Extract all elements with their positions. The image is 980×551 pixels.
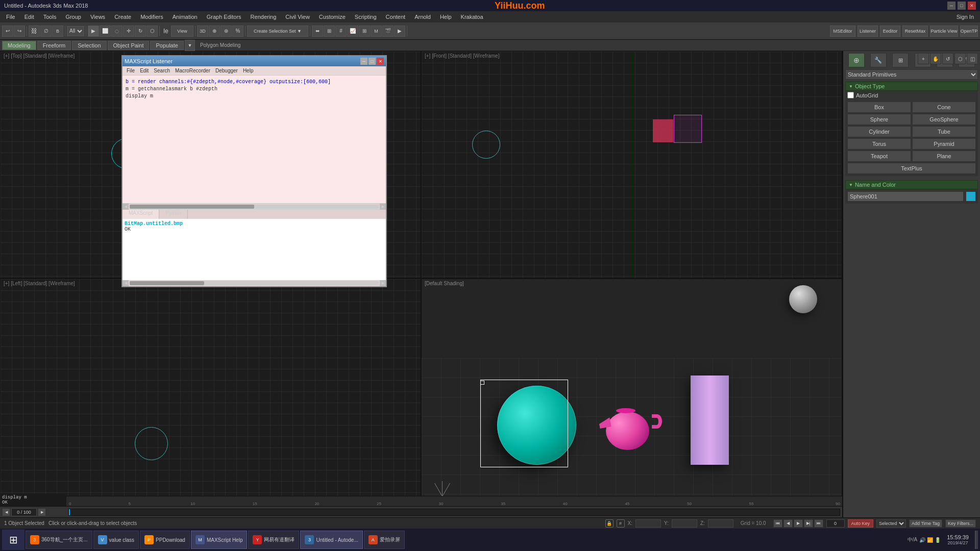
output-hscroll-right[interactable]: ▶ <box>380 280 386 286</box>
mseditor[interactable]: MSEditor <box>830 26 855 37</box>
play-btn[interactable]: ▶ <box>794 519 803 528</box>
time-field[interactable] <box>826 519 845 528</box>
add-time-tag[interactable]: Add Time Tag <box>909 519 942 528</box>
bind-tool[interactable]: B <box>52 26 63 37</box>
prev-key[interactable]: ◀ <box>783 519 793 528</box>
ms-menu-search[interactable]: Search <box>152 68 172 73</box>
hscroll-track[interactable] <box>130 205 379 209</box>
time-range-btn-prev[interactable]: ◀ <box>2 508 10 516</box>
scale-tool[interactable]: ⬡ <box>146 26 158 37</box>
geosphere-button[interactable]: GeoSphere <box>912 114 976 125</box>
output-hscroll-left[interactable]: ◀ <box>122 280 129 286</box>
output-hscroll-track[interactable] <box>130 281 379 285</box>
menu-tools[interactable]: Tools <box>39 13 61 21</box>
autogrid-checkbox[interactable] <box>847 92 854 98</box>
maxscript-close[interactable]: ✕ <box>377 58 384 65</box>
zoom-in-btn[interactable]: + <box>918 53 929 64</box>
menu-edit[interactable]: Edit <box>20 13 38 21</box>
output-hscroll[interactable]: ◀ ▶ <box>122 280 386 286</box>
key-filters[interactable]: Key Filters... <box>945 519 976 528</box>
cylinder-button[interactable]: Cylinder <box>847 126 911 137</box>
taskbar-value[interactable]: V value class <box>93 531 139 549</box>
field-of-view[interactable]: ◫ <box>967 53 978 64</box>
material-editor[interactable]: M <box>371 26 382 37</box>
taskbar-360[interactable]: 3 360导航_一个主页... <box>26 531 92 549</box>
menu-group[interactable]: Group <box>61 13 85 21</box>
cone-button[interactable]: Cone <box>912 102 976 113</box>
hscroll-right[interactable]: ▶ <box>380 204 386 210</box>
maxscript-titlebar[interactable]: MAXScript Listener ─ □ ✕ <box>122 56 386 66</box>
curve-editor[interactable]: 📈 <box>347 26 358 37</box>
menu-rendering[interactable]: Rendering <box>247 13 281 21</box>
menu-animation[interactable]: Animation <box>168 13 202 21</box>
maxscript-minimize[interactable]: ─ <box>360 58 368 65</box>
menu-graph-editors[interactable]: Graph Editors <box>203 13 246 21</box>
output-hscroll-thumb[interactable] <box>130 281 204 285</box>
menu-views[interactable]: Views <box>86 13 109 21</box>
script-editor-area[interactable]: b = render channels:#{#zdepth,#node,#cov… <box>122 76 386 204</box>
object-name-input[interactable] <box>847 191 964 202</box>
taskbar-youdao[interactable]: Y 网易有道翻译 <box>248 531 299 549</box>
populate-tab[interactable]: Populate <box>150 41 183 50</box>
tray-icon-3[interactable]: 🔋 <box>935 537 941 543</box>
sign-in-button[interactable]: Sign In <box>952 13 978 21</box>
category-dropdown[interactable]: Standard Primitives <box>845 69 978 80</box>
sphere-button[interactable]: Sphere <box>847 114 911 125</box>
z-coord[interactable] <box>708 519 733 528</box>
mirror-tool[interactable]: ⬌ <box>312 26 323 37</box>
percent-snap[interactable]: % <box>232 26 243 37</box>
hscroll-left[interactable]: ◀ <box>122 204 129 210</box>
editor-hscroll[interactable]: ◀ ▶ <box>122 204 386 210</box>
taskbar-aipai[interactable]: A 爱拍录屏 <box>364 531 405 549</box>
menu-create[interactable]: Create <box>110 13 135 21</box>
auto-key-btn[interactable]: Auto Key <box>848 519 874 528</box>
time-range-btn-next[interactable]: ▶ <box>38 508 46 516</box>
selection-tab[interactable]: Selection <box>72 41 106 50</box>
next-frame[interactable]: ⏭ <box>814 519 823 528</box>
tube-button[interactable]: Tube <box>912 126 976 137</box>
teapot-button[interactable]: Teapot <box>847 151 911 162</box>
menu-customize[interactable]: Customize <box>315 13 350 21</box>
pyramid-button[interactable]: Pyramid <box>912 138 976 149</box>
undo-button[interactable]: ↩ <box>2 26 13 37</box>
schematic[interactable]: ⊞ <box>359 26 370 37</box>
render-setup[interactable]: 🎬 <box>382 26 394 37</box>
tray-input-icon[interactable]: 中/A <box>908 536 917 543</box>
reset-max[interactable]: ResetMax <box>902 26 928 37</box>
viewport-front[interactable]: [+] [Front] [Standard] [Wireframe] <box>421 51 842 279</box>
grid-settings[interactable]: # <box>617 519 625 528</box>
opentp-btn[interactable]: OpenTP <box>960 26 978 37</box>
textplus-button[interactable]: TextPlus <box>847 163 976 174</box>
show-desktop[interactable] <box>975 531 978 549</box>
start-button[interactable]: ⊞ <box>2 530 24 550</box>
listener-btn[interactable]: Listener <box>857 26 878 37</box>
angle-snap[interactable]: ⊛ <box>220 26 232 37</box>
taskbar-maxscript-help[interactable]: M MAXScript Help <box>191 531 248 549</box>
particle-view[interactable]: Particle View <box>930 26 958 37</box>
object-type-header[interactable]: Object Type <box>845 82 978 91</box>
tab-python[interactable]: Python <box>159 210 188 219</box>
torus-button[interactable]: Torus <box>847 138 911 149</box>
menu-help[interactable]: Help <box>436 13 456 21</box>
maximize-viewport[interactable]: ⬡ <box>954 53 966 64</box>
editor-btn[interactable]: Eeditor <box>880 26 900 37</box>
box-button[interactable]: Box <box>847 102 911 113</box>
hscroll-thumb[interactable] <box>130 205 254 209</box>
maxscript-maximize[interactable]: □ <box>369 58 376 65</box>
prev-frame[interactable]: ⏮ <box>773 519 782 528</box>
lock-icon[interactable]: 🔒 <box>605 519 614 528</box>
ms-menu-macrorecorder[interactable]: MacroRecorder <box>173 68 212 73</box>
move-tool[interactable]: ✛ <box>123 26 134 37</box>
view-btn[interactable]: View <box>171 26 193 37</box>
color-swatch[interactable] <box>966 191 976 202</box>
name-color-header[interactable]: Name and Color <box>845 180 978 189</box>
x-coord[interactable] <box>635 519 661 528</box>
tray-icon-1[interactable]: 🔊 <box>919 537 925 543</box>
close-button[interactable]: ✕ <box>968 2 976 10</box>
select-lasso[interactable]: ◌ <box>111 26 122 37</box>
quick-render[interactable]: ▶ <box>394 26 405 37</box>
link-tool[interactable]: ⛓ <box>29 26 40 37</box>
ms-menu-debugger[interactable]: Debugger <box>213 68 240 73</box>
align-tool[interactable]: ⊞ <box>324 26 335 37</box>
subtoolbar-extra[interactable]: ▼ <box>185 40 195 51</box>
